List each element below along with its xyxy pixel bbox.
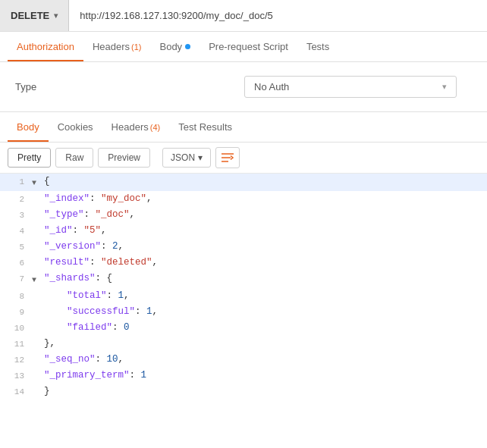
tab-response-body[interactable]: Body — [8, 112, 49, 142]
line-content: }, — [42, 336, 487, 351]
line-arrow — [32, 320, 42, 322]
auth-type-chevron-icon: ▾ — [442, 82, 447, 92]
line-number: 10 — [0, 320, 32, 336]
line-number: 2 — [0, 191, 32, 207]
code-line: 6"result": "deleted", — [0, 255, 487, 271]
line-number: 1 — [0, 174, 32, 190]
url-input[interactable] — [69, 0, 487, 31]
code-line: 7▼"_shards": { — [0, 271, 487, 288]
line-number: 7 — [0, 271, 32, 287]
auth-row: Type No Auth ▾ — [15, 76, 472, 98]
headers-badge: (1) — [131, 42, 141, 52]
line-content: "_type": "_doc", — [42, 207, 487, 222]
line-content: "total": 1, — [42, 288, 487, 303]
line-content: } — [42, 384, 487, 399]
code-line: 3"_type": "_doc", — [0, 207, 487, 223]
line-content: "result": "deleted", — [42, 255, 487, 270]
line-content: "_version": 2, — [42, 239, 487, 254]
line-number: 9 — [0, 304, 32, 320]
line-arrow — [32, 368, 42, 370]
format-select[interactable]: JSON ▾ — [162, 148, 211, 168]
line-number: 11 — [0, 336, 32, 352]
line-content: "failed": 0 — [42, 320, 487, 335]
line-arrow — [32, 384, 42, 386]
response-tab-row: Body Cookies Headers(4) Test Results — [0, 112, 487, 143]
raw-button[interactable]: Raw — [55, 148, 93, 168]
line-content: { — [42, 174, 487, 189]
line-content: "_primary_term": 1 — [42, 368, 487, 383]
tab-prerequest[interactable]: Pre-request Script — [200, 32, 297, 61]
code-line: 10 "failed": 0 — [0, 320, 487, 336]
format-label: JSON — [171, 152, 195, 163]
preview-button[interactable]: Preview — [98, 148, 150, 168]
request-tab-row: Authorization Headers(1) Body Pre-reques… — [0, 32, 487, 62]
response-toolbar: Pretty Raw Preview JSON ▾ — [0, 143, 487, 174]
line-arrow — [32, 207, 42, 209]
tab-cookies[interactable]: Cookies — [49, 112, 102, 142]
body-dot — [185, 44, 190, 49]
code-line: 11}, — [0, 336, 487, 352]
code-line: 14} — [0, 384, 487, 399]
line-number: 14 — [0, 384, 32, 399]
top-bar: DELETE ▾ — [0, 0, 487, 32]
line-arrow — [32, 288, 42, 290]
line-arrow — [32, 304, 42, 306]
line-arrow — [32, 352, 42, 354]
code-line: 5"_version": 2, — [0, 239, 487, 255]
code-area: 1▼{2"_index": "my_doc",3"_type": "_doc",… — [0, 174, 487, 399]
code-line: 13"_primary_term": 1 — [0, 368, 487, 384]
tab-tests[interactable]: Tests — [297, 32, 338, 61]
line-arrow — [32, 223, 42, 225]
line-content: "_shards": { — [42, 271, 487, 286]
code-line: 2"_index": "my_doc", — [0, 191, 487, 207]
code-line: 9 "successful": 1, — [0, 304, 487, 320]
tab-authorization[interactable]: Authorization — [8, 32, 83, 61]
tab-response-headers[interactable]: Headers(4) — [102, 112, 170, 142]
line-arrow — [32, 191, 42, 193]
format-chevron-icon: ▾ — [198, 152, 203, 163]
code-line: 8 "total": 1, — [0, 288, 487, 304]
code-line: 1▼{ — [0, 174, 487, 191]
line-content: "_id": "5", — [42, 223, 487, 238]
auth-section: Type No Auth ▾ — [0, 62, 487, 112]
auth-type-value: No Auth — [254, 81, 289, 92]
auth-type-select[interactable]: No Auth ▾ — [244, 76, 457, 98]
line-number: 13 — [0, 368, 32, 384]
pretty-button[interactable]: Pretty — [8, 148, 51, 168]
tab-headers[interactable]: Headers(1) — [83, 32, 151, 61]
line-arrow: ▼ — [32, 174, 42, 191]
line-number: 8 — [0, 288, 32, 304]
response-headers-badge: (4) — [150, 123, 160, 132]
line-content: "_seq_no": 10, — [42, 352, 487, 367]
line-arrow — [32, 336, 42, 338]
tab-test-results[interactable]: Test Results — [169, 112, 241, 142]
method-label: DELETE — [11, 10, 49, 21]
code-line: 4"_id": "5", — [0, 223, 487, 239]
auth-type-label: Type — [15, 81, 76, 92]
line-number: 12 — [0, 352, 32, 368]
line-content: "successful": 1, — [42, 304, 487, 319]
tab-body[interactable]: Body — [150, 32, 200, 61]
method-chevron-icon: ▾ — [54, 11, 58, 20]
line-content: "_index": "my_doc", — [42, 191, 487, 206]
line-number: 6 — [0, 255, 32, 271]
line-number: 4 — [0, 223, 32, 239]
line-number: 3 — [0, 207, 32, 223]
line-arrow: ▼ — [32, 271, 42, 288]
line-number: 5 — [0, 239, 32, 255]
code-line: 12"_seq_no": 10, — [0, 352, 487, 368]
line-arrow — [32, 239, 42, 241]
method-button[interactable]: DELETE ▾ — [0, 0, 69, 31]
wrap-button[interactable] — [215, 147, 240, 168]
line-arrow — [32, 255, 42, 257]
